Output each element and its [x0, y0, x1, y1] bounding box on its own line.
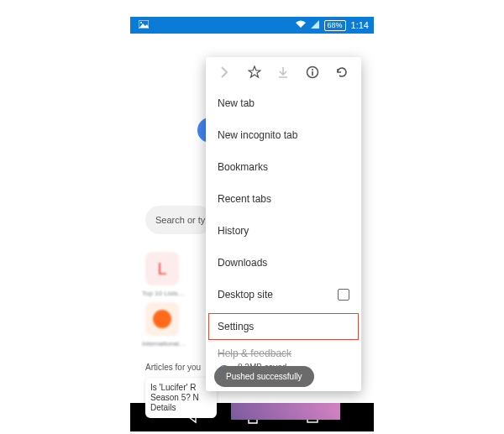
menu-desktop-site-label: Desktop site [218, 289, 273, 301]
forward-icon [213, 65, 238, 82]
article-thumbnail [231, 403, 340, 420]
toast-message: Pushed successfully [226, 372, 302, 381]
menu-downloads[interactable]: Downloads [206, 247, 361, 279]
articles-header: Articles for you [145, 363, 201, 372]
menu-settings[interactable]: Settings [206, 311, 361, 342]
menu-icon-row [206, 57, 361, 87]
star-icon[interactable] [242, 65, 267, 82]
battery-indicator: 68% [324, 20, 346, 31]
menu-bookmarks[interactable]: Bookmarks [206, 151, 361, 183]
menu-history[interactable]: History [206, 215, 361, 247]
search-placeholder: Search or ty [155, 215, 205, 225]
menu-new-tab-label: New tab [218, 97, 255, 109]
shortcut-tile-2-label: International… [142, 340, 186, 348]
article-title: Is 'Lucifer' R Season 5? N Details [150, 383, 199, 412]
phone-frame: 68% 1:14 Search or ty L Top 10 Lists… In… [130, 17, 374, 431]
svg-point-3 [312, 69, 313, 71]
menu-new-tab[interactable]: New tab [206, 87, 361, 119]
tile-letter: L [157, 259, 166, 279]
menu-help-label: Help & feedback [218, 348, 291, 359]
menu-history-label: History [218, 225, 249, 237]
shortcut-tile-1[interactable]: L [145, 252, 179, 285]
search-input[interactable]: Search or ty [145, 206, 213, 234]
wifi-icon [296, 20, 306, 30]
toast-notification: Pushed successfully [214, 366, 314, 387]
svg-point-1 [140, 22, 142, 24]
overflow-menu: New tab New incognito tab Bookmarks Rece… [206, 57, 361, 391]
clock: 1:14 [351, 20, 369, 30]
menu-recent-tabs-label: Recent tabs [218, 193, 271, 205]
svg-rect-4 [312, 71, 313, 76]
menu-desktop-site[interactable]: Desktop site [206, 279, 361, 311]
refresh-icon[interactable] [329, 65, 354, 82]
info-icon[interactable] [300, 65, 325, 82]
shortcut-tile-2[interactable] [145, 302, 179, 336]
menu-help[interactable]: Help & feedback [206, 342, 361, 359]
menu-bookmarks-label: Bookmarks [218, 161, 268, 173]
image-indicator-icon [139, 20, 149, 30]
menu-recent-tabs[interactable]: Recent tabs [206, 183, 361, 215]
menu-new-incognito[interactable]: New incognito tab [206, 119, 361, 151]
menu-new-incognito-label: New incognito tab [218, 129, 297, 141]
desktop-site-checkbox[interactable] [338, 289, 349, 301]
shortcut-tile-1-label: Top 10 Lists… [142, 290, 185, 297]
menu-downloads-label: Downloads [218, 257, 267, 269]
menu-settings-label: Settings [218, 321, 254, 332]
signal-icon [311, 20, 319, 30]
browser-content: Search or ty L Top 10 Lists… Internation… [130, 34, 374, 403]
status-bar: 68% 1:14 [130, 17, 374, 34]
download-icon [270, 65, 296, 82]
